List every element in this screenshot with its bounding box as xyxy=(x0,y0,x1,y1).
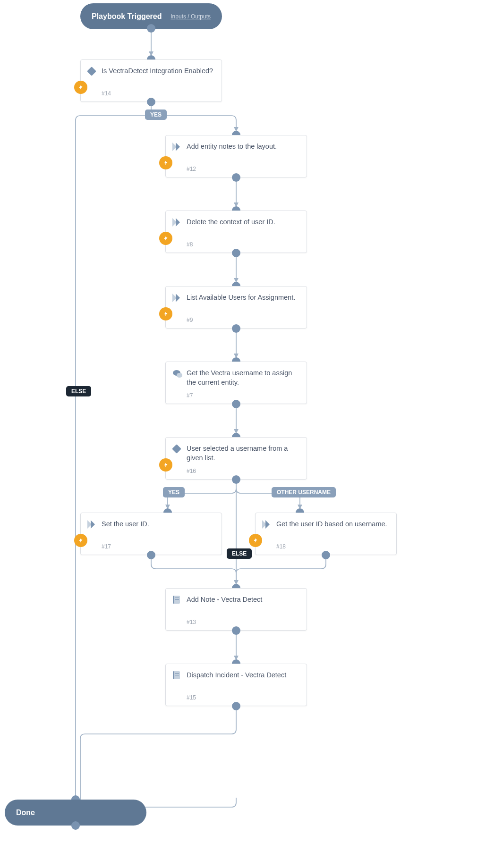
n7-out-port[interactable] xyxy=(232,400,240,408)
branch-label-other-username: OTHER USERNAME xyxy=(272,487,336,497)
task-id: #9 xyxy=(187,317,193,323)
task-id: #15 xyxy=(187,694,196,701)
task-node-9[interactable]: List Available Users for Assignment. #9 xyxy=(165,286,307,329)
automation-bolt-icon xyxy=(249,534,262,547)
decision-icon xyxy=(172,444,181,454)
task-title: User selected a username from a given li… xyxy=(187,444,300,463)
task-title: Add Note - Vectra Detect xyxy=(187,595,300,605)
end-title: Done xyxy=(16,809,35,817)
task-id: #14 xyxy=(102,90,111,97)
n15-out-port[interactable] xyxy=(232,702,240,710)
task-node-14[interactable]: Is VectraDetect Integration Enabled? #14 xyxy=(80,59,222,102)
task-title: List Available Users for Assignment. xyxy=(187,293,300,303)
chat-icon xyxy=(173,370,180,376)
n12-out-port[interactable] xyxy=(232,173,240,182)
task-id: #8 xyxy=(187,241,193,248)
task-id: #16 xyxy=(187,468,196,474)
n18-out-port[interactable] xyxy=(322,551,330,559)
task-node-18[interactable]: Get the user ID based on username. #18 xyxy=(255,513,397,555)
n13-out-port[interactable] xyxy=(232,626,240,635)
automation-bolt-icon xyxy=(159,307,172,320)
task-id: #18 xyxy=(276,543,286,550)
n8-out-port[interactable] xyxy=(232,249,240,257)
task-id: #12 xyxy=(187,166,196,172)
task-node-13[interactable]: Add Note - Vectra Detect #13 xyxy=(165,588,307,631)
task-node-8[interactable]: Delete the context of user ID. #8 xyxy=(165,211,307,253)
done-out-port[interactable] xyxy=(71,821,80,830)
task-title: Get the Vectra username to assign the cu… xyxy=(187,369,300,387)
automation-bolt-icon xyxy=(74,81,87,94)
n9-out-port[interactable] xyxy=(232,324,240,333)
task-id: #17 xyxy=(102,543,111,550)
automation-bolt-icon xyxy=(159,232,172,245)
decision-icon xyxy=(87,67,96,76)
task-title: Add entity notes to the layout. xyxy=(187,142,300,152)
automation-bolt-icon xyxy=(74,534,87,547)
task-node-17[interactable]: Set the user ID. #17 xyxy=(80,513,222,555)
start-out-port[interactable] xyxy=(147,24,155,33)
task-title: Is VectraDetect Integration Enabled? xyxy=(102,67,215,76)
task-title: Get the user ID based on username. xyxy=(276,520,390,529)
inputs-outputs-link[interactable]: Inputs / Outputs xyxy=(171,13,211,20)
branch-label-else: ELSE xyxy=(66,386,91,396)
task-title: Dispatch Incident - Vectra Detect xyxy=(187,671,300,680)
book-icon xyxy=(173,671,180,679)
automation-bolt-icon xyxy=(159,458,172,472)
book-icon xyxy=(173,596,180,604)
task-title: Delete the context of user ID. xyxy=(187,218,300,227)
task-id: #7 xyxy=(187,392,193,399)
task-node-16[interactable]: User selected a username from a given li… xyxy=(165,437,307,480)
task-node-15[interactable]: Dispatch Incident - Vectra Detect #15 xyxy=(165,664,307,706)
task-node-12[interactable]: Add entity notes to the layout. #12 xyxy=(165,135,307,177)
start-title: Playbook Triggered xyxy=(92,12,162,21)
branch-label-yes: YES xyxy=(163,487,185,497)
n14-out-port[interactable] xyxy=(147,98,155,106)
automation-bolt-icon xyxy=(159,156,172,169)
branch-label-yes: YES xyxy=(145,110,167,120)
n17-out-port[interactable] xyxy=(147,551,155,559)
n16-out-port[interactable] xyxy=(232,475,240,484)
branch-label-else: ELSE xyxy=(227,548,252,559)
task-id: #13 xyxy=(187,619,196,625)
task-node-7[interactable]: Get the Vectra username to assign the cu… xyxy=(165,362,307,404)
task-title: Set the user ID. xyxy=(102,520,215,529)
